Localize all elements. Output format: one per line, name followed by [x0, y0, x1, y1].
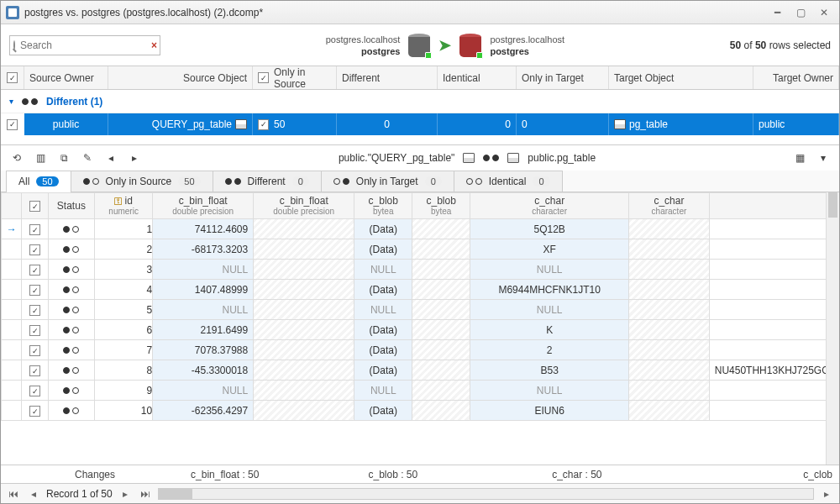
- col-different[interactable]: Different: [337, 66, 438, 89]
- search-box[interactable]: ×: [9, 35, 160, 55]
- row-checkbox[interactable]: [29, 345, 40, 356]
- nav-prev-icon[interactable]: ◂: [26, 487, 41, 501]
- row-checkbox[interactable]: [29, 406, 40, 417]
- cell-id: 4: [95, 280, 153, 300]
- col-source-object[interactable]: Source Object: [108, 66, 253, 89]
- col-only-in-target[interactable]: Only in Target: [517, 66, 609, 89]
- tab-different[interactable]: Different0: [213, 171, 322, 192]
- col-char-src[interactable]: c_charcharacter: [470, 193, 629, 219]
- cell-bin-float-tgt: [254, 280, 354, 299]
- table-row[interactable]: 2-68173.3203(Data)XF: [2, 239, 840, 260]
- cell-blob-src: (Data): [354, 280, 412, 299]
- row-checkbox[interactable]: [29, 285, 40, 296]
- filter-icon[interactable]: ⧉: [56, 151, 71, 165]
- vertical-scrollbar[interactable]: [826, 192, 839, 465]
- nav-next-icon[interactable]: ▸: [118, 487, 133, 501]
- cell-target-owner: public: [753, 113, 839, 135]
- col-source-owner[interactable]: Source Owner: [24, 66, 108, 89]
- search-icon: [13, 40, 15, 50]
- cell-bin-float-tgt: [254, 340, 354, 360]
- col-char-tgt[interactable]: c_charcharacter: [629, 193, 710, 219]
- table-row[interactable]: 62191.6499(Data)K: [2, 320, 840, 340]
- row-status: [48, 340, 95, 360]
- prev-icon[interactable]: ◂: [103, 151, 118, 165]
- table-row[interactable]: 3NULLNULLNULL: [2, 260, 840, 280]
- cell-identical: 0: [438, 113, 517, 135]
- row-status: [48, 320, 95, 340]
- cell-blob-src: NULL: [354, 260, 412, 279]
- col-blob-src[interactable]: c_blobbytea: [354, 193, 412, 219]
- cell-char-src: NULL: [470, 260, 628, 279]
- edit-icon[interactable]: ✎: [80, 151, 95, 165]
- row-pointer: →: [2, 219, 22, 239]
- cell-blob-src: (Data): [354, 239, 412, 259]
- cell-bin-float-src: 1407.48999: [153, 280, 253, 299]
- col-bin-float-tgt[interactable]: c_bin_floatdouble precision: [254, 193, 354, 219]
- data-grid[interactable]: Status ⚿idnumeric c_bin_floatdouble prec…: [1, 192, 839, 465]
- col-blob-tgt[interactable]: c_blobbytea: [412, 193, 470, 219]
- table-row[interactable]: 9NULLNULLNULL: [2, 381, 840, 401]
- summary-row-selected[interactable]: public QUERY_pg_table 50 0 0 0 pg_table …: [1, 113, 839, 135]
- table-row[interactable]: 5NULLNULLNULL: [2, 300, 840, 320]
- cell-blob-src: NULL: [354, 381, 412, 400]
- cell-blob-tgt: [412, 260, 470, 279]
- next-icon[interactable]: ▸: [127, 151, 142, 165]
- group-different-header[interactable]: ▾ Different (1): [1, 90, 839, 113]
- group-different-label: Different (1): [46, 96, 102, 108]
- row-checkbox[interactable]: [29, 305, 40, 316]
- cell-blob-tgt: [412, 360, 470, 380]
- row-checkbox[interactable]: [29, 224, 40, 235]
- cell-bin-float-src: 7078.37988: [153, 340, 253, 360]
- compare-header: postgres.localhost postgres ➤ postgres.l…: [169, 34, 722, 57]
- cell-char-src: EIUN6: [470, 401, 628, 420]
- dropdown-icon[interactable]: ▾: [816, 151, 831, 165]
- target-host: postgres.localhost: [490, 34, 564, 45]
- table-row[interactable]: 41407.48999(Data)M6944MHCFNK1JT10: [2, 280, 840, 300]
- table-row[interactable]: 8-45.3300018(Data)B53NU450THH13KHJ725GG8…: [2, 360, 840, 381]
- different-icon: [483, 155, 499, 161]
- col-identical[interactable]: Identical: [438, 66, 517, 89]
- grid-select-all-checkbox[interactable]: [29, 201, 40, 212]
- col-bin-float-src[interactable]: c_bin_floatdouble precision: [153, 193, 254, 219]
- col-target-owner[interactable]: Target Owner: [753, 66, 839, 89]
- row-checkbox[interactable]: [29, 365, 40, 376]
- row-checkbox[interactable]: [29, 244, 40, 255]
- scroll-right-icon[interactable]: ▸: [819, 487, 834, 501]
- tab-all[interactable]: All50: [6, 171, 71, 192]
- row-checkbox[interactable]: [29, 386, 40, 396]
- tab-only-in-source[interactable]: Only in Source50: [71, 171, 213, 192]
- minimize-button[interactable]: ━: [767, 5, 787, 20]
- nav-last-icon[interactable]: ⏭: [138, 487, 153, 501]
- cell-id: 5: [95, 300, 153, 320]
- cell-bin-float-tgt: [254, 300, 354, 319]
- search-input[interactable]: [18, 39, 148, 52]
- close-button[interactable]: ✕: [814, 5, 834, 20]
- table-icon: [507, 153, 519, 163]
- col-target-object[interactable]: Target Object: [609, 66, 753, 89]
- col-status[interactable]: Status: [48, 193, 95, 219]
- table-row[interactable]: 77078.37988(Data)2: [2, 340, 840, 360]
- select-all-checkbox[interactable]: [7, 72, 18, 83]
- table-row[interactable]: 10-62356.4297(Data)EIUN6: [2, 401, 840, 421]
- collapse-icon[interactable]: ▾: [9, 97, 13, 106]
- grid-view-icon[interactable]: ▦: [792, 151, 807, 165]
- clear-search-icon[interactable]: ×: [151, 39, 157, 51]
- cell-overflow: [710, 300, 839, 319]
- cell-blob-tgt: [412, 340, 470, 360]
- tab-identical[interactable]: Identical0: [454, 171, 563, 192]
- row-checkbox[interactable]: [29, 265, 40, 276]
- horizontal-scrollbar[interactable]: [158, 488, 814, 500]
- refresh-icon[interactable]: ⟲: [9, 151, 24, 165]
- columns-icon[interactable]: ▥: [33, 151, 48, 165]
- maximize-button[interactable]: ▢: [790, 5, 811, 20]
- col-id[interactable]: ⚿idnumeric: [95, 193, 153, 219]
- col-only-in-source[interactable]: Only in Source: [253, 66, 337, 89]
- left-path: public."QUERY_pg_table": [339, 152, 454, 164]
- cell-source-object: QUERY_pg_table: [108, 113, 253, 135]
- target-db-icon: [459, 34, 481, 57]
- tab-only-in-target[interactable]: Only in Target0: [321, 171, 454, 192]
- row-checkbox[interactable]: [7, 119, 18, 130]
- table-row[interactable]: →174112.4609(Data)5Q12B: [2, 219, 840, 239]
- row-checkbox[interactable]: [29, 325, 40, 336]
- nav-first-icon[interactable]: ⏮: [6, 487, 21, 501]
